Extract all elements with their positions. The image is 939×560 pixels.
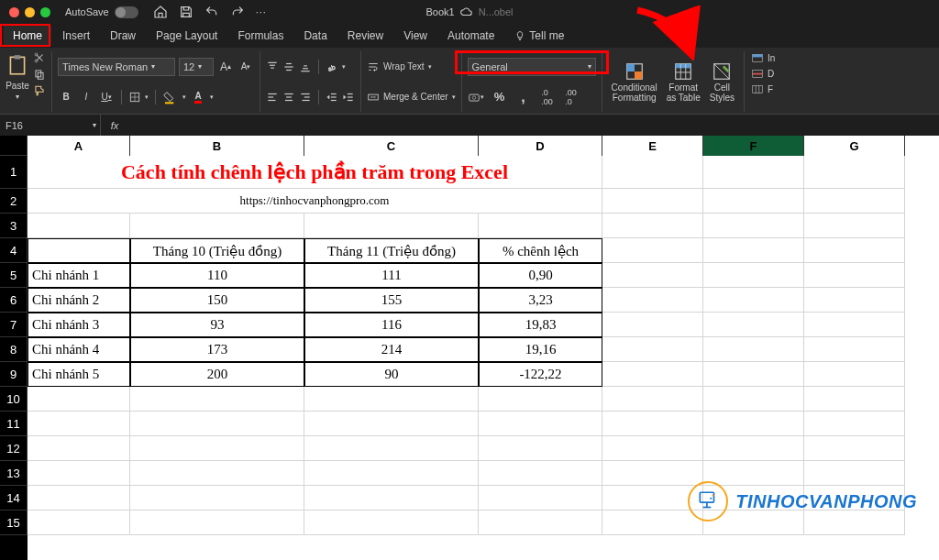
cell-F12[interactable] [703,436,804,461]
row-header-1[interactable]: 1 [0,156,28,189]
cell-D5[interactable]: 0,90 [479,263,602,288]
cell-E2[interactable] [602,189,703,214]
cell-F10[interactable] [703,387,804,412]
col-header-C[interactable]: C [304,136,479,156]
cell-E5[interactable] [602,263,703,288]
cell-B9[interactable]: 200 [130,362,304,387]
cell-G8[interactable] [804,337,905,362]
cell-C4[interactable]: Tháng 11 (Triệu đồng) [304,238,479,263]
name-box[interactable]: F16▾ [0,115,101,136]
cell-F9[interactable] [703,362,804,387]
col-header-A[interactable]: A [28,136,130,156]
tab-formulas[interactable]: Formulas [228,26,293,46]
cell-E10[interactable] [602,387,703,412]
tab-insert[interactable]: Insert [53,26,99,46]
cell-C6[interactable]: 155 [304,288,479,313]
cell-subtitle[interactable]: https://tinhocvanphongpro.com [28,189,602,214]
format-painter-icon[interactable] [33,84,46,97]
align-left-icon[interactable] [266,91,279,104]
redo-icon[interactable] [230,5,245,19]
cell-E12[interactable] [602,436,703,461]
cut-icon[interactable] [33,51,46,64]
cell-A5[interactable]: Chi nhánh 1 [28,263,130,288]
col-header-F[interactable]: F [703,136,804,156]
copy-icon[interactable] [33,68,46,81]
align-top-icon[interactable] [266,60,279,73]
cell-D7[interactable]: 19,83 [479,313,602,337]
cell-A12[interactable] [28,436,130,461]
merge-center-button[interactable]: Merge & Center [383,92,448,102]
col-header-G[interactable]: G [804,136,905,156]
paste-button[interactable]: Paste ▾ [6,51,29,101]
tell-me[interactable]: Tell me [505,26,573,46]
orientation-icon[interactable]: ab [326,60,338,73]
font-name-dropdown[interactable]: Times New Roman▾ [58,58,175,76]
decrease-indent-icon[interactable] [326,91,338,104]
col-header-E[interactable]: E [602,136,703,156]
select-all-cells[interactable] [0,136,28,156]
row-header-2[interactable]: 2 [0,189,28,214]
decrease-font-icon[interactable]: A▾ [238,59,254,75]
cell-G1[interactable] [804,156,905,189]
align-right-icon[interactable] [299,91,312,104]
cell-D9[interactable]: -122,22 [479,362,602,387]
tab-automate[interactable]: Automate [438,26,503,46]
cell-D6[interactable]: 3,23 [479,288,602,313]
cell-C11[interactable] [304,412,479,436]
cell-A9[interactable]: Chi nhánh 5 [28,362,130,387]
cell-G3[interactable] [804,214,905,238]
cell-C8[interactable]: 214 [304,337,479,362]
decrease-decimal-icon[interactable]: .00.0 [563,89,580,105]
col-header-D[interactable]: D [479,136,602,156]
comma-icon[interactable]: , [515,89,532,105]
increase-font-icon[interactable]: A▴ [217,59,234,75]
cell-D3[interactable] [479,214,602,238]
row-header-14[interactable]: 14 [0,486,28,511]
tab-review[interactable]: Review [338,26,392,46]
cell-B15[interactable] [130,511,304,535]
cell-F3[interactable] [703,214,804,238]
cell-B6[interactable]: 150 [130,288,304,313]
increase-indent-icon[interactable] [342,91,355,104]
row-header-11[interactable]: 11 [0,412,28,436]
cell-A15[interactable] [28,511,130,535]
cell-D10[interactable] [479,387,602,412]
cell-styles-button[interactable]: Cell Styles [706,61,738,103]
format-cells-button[interactable]: F [750,82,775,95]
cell-A4[interactable] [28,238,130,263]
cell-G2[interactable] [804,189,905,214]
cell-C13[interactable] [304,461,479,486]
row-header-3[interactable]: 3 [0,214,28,238]
cell-D4[interactable]: % chênh lệch [479,238,602,263]
cell-E3[interactable] [602,214,703,238]
cell-A7[interactable]: Chi nhánh 3 [28,313,130,337]
cell-G4[interactable] [804,238,905,263]
cell-C7[interactable]: 116 [304,313,479,337]
cell-E9[interactable] [602,362,703,387]
cell-D12[interactable] [479,436,602,461]
cell-B4[interactable]: Tháng 10 (Triệu đồng) [130,238,304,263]
tab-data[interactable]: Data [294,26,336,46]
row-header-8[interactable]: 8 [0,337,28,362]
row-header-6[interactable]: 6 [0,288,28,313]
cell-C3[interactable] [304,214,479,238]
cell-D13[interactable] [479,461,602,486]
cell-A8[interactable]: Chi nhánh 4 [28,337,130,362]
align-bottom-icon[interactable] [299,60,312,73]
row-header-5[interactable]: 5 [0,263,28,288]
bold-button[interactable]: B [58,89,74,105]
save-icon[interactable] [179,5,193,19]
cell-F5[interactable] [703,263,804,288]
cell-E1[interactable] [602,156,703,189]
home-icon[interactable] [153,5,168,19]
cell-B10[interactable] [130,387,304,412]
row-header-4[interactable]: 4 [0,238,28,263]
cell-G10[interactable] [804,387,905,412]
cell-B12[interactable] [130,436,304,461]
underline-button[interactable]: U▾ [98,89,115,105]
cell-G7[interactable] [804,313,905,337]
cell-E8[interactable] [602,337,703,362]
row-header-13[interactable]: 13 [0,461,28,486]
italic-button[interactable]: I [78,89,94,105]
fill-color-icon[interactable] [162,89,179,105]
